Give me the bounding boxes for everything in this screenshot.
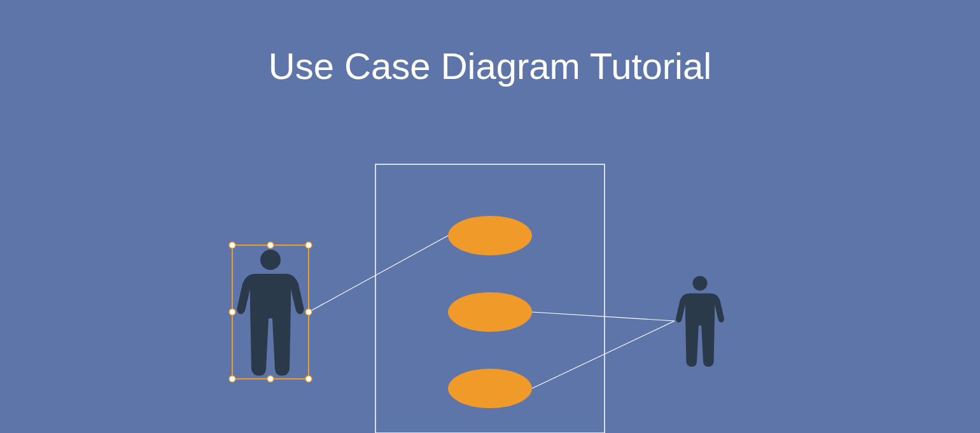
svg-point-6 xyxy=(229,376,235,382)
svg-point-3 xyxy=(305,242,312,248)
connector[interactable] xyxy=(532,312,675,321)
actor-head-icon xyxy=(260,250,281,270)
svg-point-8 xyxy=(305,376,312,382)
actor-primary[interactable] xyxy=(237,250,304,376)
diagram-canvas xyxy=(0,0,980,433)
svg-point-5 xyxy=(305,309,312,315)
usecases-group xyxy=(448,216,532,408)
connector[interactable] xyxy=(309,236,448,312)
svg-point-4 xyxy=(229,309,235,315)
svg-point-7 xyxy=(267,376,274,382)
usecase[interactable] xyxy=(448,292,532,332)
svg-point-1 xyxy=(229,242,235,248)
svg-point-2 xyxy=(267,242,274,248)
actor-head-icon xyxy=(692,276,707,290)
actor-body-icon xyxy=(237,274,304,376)
usecase[interactable] xyxy=(448,216,532,255)
actor-secondary[interactable] xyxy=(676,276,724,367)
connector[interactable] xyxy=(532,321,675,388)
actor-body-icon xyxy=(676,294,724,367)
usecase[interactable] xyxy=(448,369,532,408)
